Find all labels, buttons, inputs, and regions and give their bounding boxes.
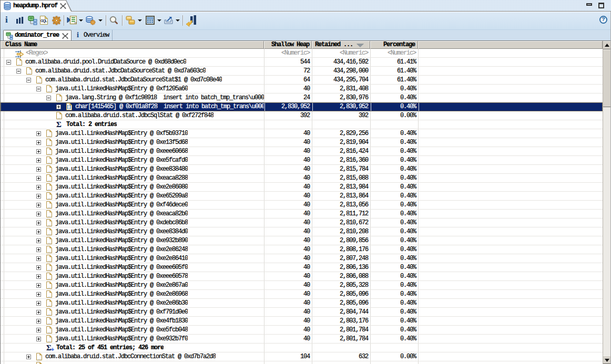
svg-text:OQL: OQL xyxy=(40,19,47,23)
